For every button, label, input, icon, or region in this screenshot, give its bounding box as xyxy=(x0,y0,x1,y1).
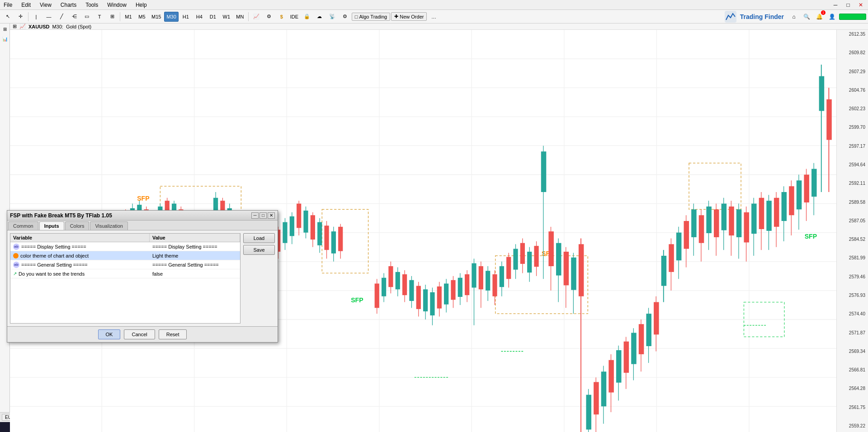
menu-window[interactable]: Window xyxy=(105,2,128,8)
dialog-body: Variable Value ab ===== Display Setting … xyxy=(7,230,278,326)
price-label: 2589.58 xyxy=(838,200,867,205)
svg-rect-250 xyxy=(811,169,817,197)
svg-rect-168 xyxy=(506,257,511,279)
window-close-btn[interactable]: ✕ xyxy=(855,0,866,10)
dialog-tabs: Common Inputs Colors Visualization xyxy=(7,221,278,230)
dialog-titlebar[interactable]: FSP with Fake Break MT5 By TFlab 1.05 ─ … xyxy=(7,211,278,221)
left-chart-btn[interactable]: 📊 xyxy=(0,34,9,43)
price-label: 2604.76 xyxy=(838,88,867,93)
inputs-table: Variable Value ab ===== Display Setting … xyxy=(10,233,241,324)
menu-charts[interactable]: Charts xyxy=(59,2,78,8)
left-grid-btn[interactable]: ⊞ xyxy=(0,24,9,33)
progress-bar xyxy=(839,14,866,20)
lock-btn[interactable]: 🔒 xyxy=(301,11,313,22)
menu-help[interactable]: Help xyxy=(134,2,149,8)
svg-rect-120 xyxy=(311,215,315,239)
chart-description: Gold (Spot) xyxy=(66,24,91,29)
cell-value-0: ===== Display Setting ===== xyxy=(150,243,240,250)
price-label: 2607.29 xyxy=(838,69,867,74)
svg-rect-220 xyxy=(699,215,704,243)
svg-rect-116 xyxy=(297,204,301,228)
new-order-icon: ✚ xyxy=(394,14,398,19)
person-icon-btn[interactable]: 👤 xyxy=(826,11,837,22)
svg-text:SFP: SFP xyxy=(137,195,149,202)
hline-tool-btn[interactable]: — xyxy=(43,11,55,22)
ide-btn[interactable]: IDE xyxy=(288,11,300,22)
reset-btn[interactable]: Reset xyxy=(159,329,187,339)
window-restore-btn[interactable]: □ xyxy=(843,0,854,10)
tab-inputs[interactable]: Inputs xyxy=(39,221,64,230)
tf-w1-btn[interactable]: W1 xyxy=(220,12,233,22)
svg-rect-122 xyxy=(317,222,322,245)
svg-rect-242 xyxy=(782,192,787,221)
tf-m1-btn[interactable]: M1 xyxy=(122,12,135,22)
window-minimize-btn[interactable]: ─ xyxy=(830,0,841,10)
line-tool-btn[interactable]: | xyxy=(30,11,42,22)
svg-rect-170 xyxy=(513,249,518,270)
tf-h1-btn[interactable]: H1 xyxy=(179,12,192,22)
menu-file[interactable]: File xyxy=(2,2,14,8)
home-icon-btn[interactable]: ⌂ xyxy=(788,11,799,22)
tf-m30-btn[interactable]: M30 xyxy=(164,12,178,22)
save-btn[interactable]: Save xyxy=(243,245,275,255)
dialog-minimize-btn[interactable]: ─ xyxy=(251,212,259,219)
chart-type-btn[interactable]: 📈 xyxy=(250,11,262,22)
settings-gear-btn[interactable]: ⚙ xyxy=(339,11,351,22)
svg-rect-218 xyxy=(691,209,697,237)
svg-rect-148 xyxy=(437,286,442,309)
menu-tools[interactable]: Tools xyxy=(84,2,100,8)
crosshair-tool-btn[interactable]: ✛ xyxy=(14,11,26,22)
channel-tool-btn[interactable]: ⋲ xyxy=(68,11,80,22)
objects-tool-btn[interactable]: ⊞ xyxy=(106,11,118,22)
ok-btn[interactable]: OK xyxy=(98,329,121,339)
chart-icon: ⊞ xyxy=(13,23,17,29)
svg-rect-132 xyxy=(382,278,386,296)
load-btn[interactable]: Load xyxy=(243,233,275,243)
cancel-btn[interactable]: Cancel xyxy=(124,329,155,339)
price-label: 2571.87 xyxy=(838,330,867,335)
price-label: 2579.46 xyxy=(838,274,867,279)
header-value: Value xyxy=(150,234,240,242)
tab-colors[interactable]: Colors xyxy=(65,221,90,230)
svg-text:SFP: SFP xyxy=(351,296,363,304)
search-icon-btn[interactable]: 🔍 xyxy=(801,11,812,22)
svg-rect-160 xyxy=(479,266,483,289)
cell-variable-2: ab ===== General Setting ===== xyxy=(10,261,150,269)
price-label: 2566.81 xyxy=(838,367,867,372)
tf-m15-btn[interactable]: M15 xyxy=(149,12,163,22)
svg-rect-180 xyxy=(548,231,554,266)
table-row[interactable]: color theme of chart and object Light th… xyxy=(10,251,240,260)
svg-rect-222 xyxy=(706,207,712,233)
notification-btn[interactable]: 🔔 1 xyxy=(814,11,825,22)
dialog-close-btn[interactable]: ✕ xyxy=(268,212,275,219)
dialog-restore-btn[interactable]: □ xyxy=(259,212,267,219)
svg-rect-238 xyxy=(766,201,772,231)
svg-rect-224 xyxy=(714,209,719,237)
tab-common[interactable]: Common xyxy=(8,221,38,230)
table-row[interactable]: ab ===== Display Setting ===== ===== Dis… xyxy=(10,242,240,251)
indicators-btn[interactable]: ⚙ xyxy=(263,11,275,22)
svg-rect-150 xyxy=(444,284,448,305)
tf-h4-btn[interactable]: H4 xyxy=(193,12,206,22)
svg-rect-204 xyxy=(639,324,644,354)
cursor-tool-btn[interactable]: ↖ xyxy=(2,11,14,22)
algo-trading-btn[interactable]: □ Algo Trading xyxy=(352,13,390,21)
svg-rect-192 xyxy=(594,382,599,414)
tf-m5-btn[interactable]: M5 xyxy=(136,12,148,22)
tf-d1-btn[interactable]: D1 xyxy=(207,12,219,22)
new-order-btn[interactable]: ✚ New Order xyxy=(391,12,427,21)
table-row[interactable]: ab ===== General Setting ===== ===== Gen… xyxy=(10,260,240,269)
cloud-btn[interactable]: ☁ xyxy=(314,11,326,22)
tf-mn-btn[interactable]: MN xyxy=(234,12,246,22)
toolbar-sep-2 xyxy=(120,12,120,21)
text-tool-btn[interactable]: T xyxy=(94,11,105,22)
table-row[interactable]: ↗ Do you want to see the trends false xyxy=(10,269,240,278)
menu-view[interactable]: View xyxy=(38,2,53,8)
signal-btn[interactable]: 📡 xyxy=(326,11,338,22)
menu-edit[interactable]: Edit xyxy=(19,2,33,8)
gold-btn[interactable]: $ xyxy=(276,11,288,22)
shapes-tool-btn[interactable]: ▭ xyxy=(81,11,93,22)
more-btn[interactable]: … xyxy=(428,11,439,22)
trendline-tool-btn[interactable]: ╱ xyxy=(56,11,67,22)
tab-visualization[interactable]: Visualization xyxy=(90,221,128,230)
